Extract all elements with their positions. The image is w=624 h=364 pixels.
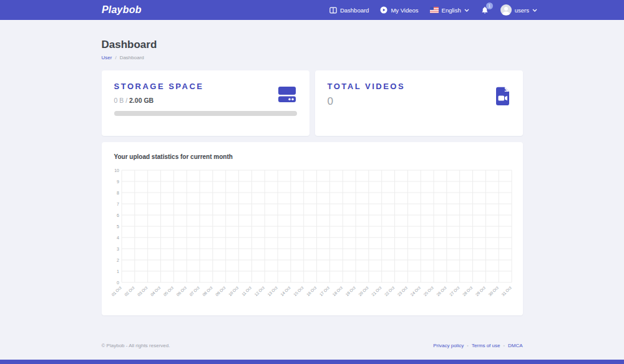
svg-text:11 Oct: 11 Oct <box>240 285 251 297</box>
svg-text:2: 2 <box>117 258 119 262</box>
brand-logo[interactable]: Playbob <box>102 4 142 16</box>
storage-usage-text: 0 B / 2.00 GB <box>114 97 297 104</box>
notifications-button[interactable]: 1 <box>480 6 489 15</box>
storage-space-card: STORAGE SPACE 0 B / 2.00 GB <box>102 70 310 136</box>
svg-text:06 Oct: 06 Oct <box>175 285 187 297</box>
svg-text:19 Oct: 19 Oct <box>344 285 356 297</box>
bottom-accent-strip <box>0 360 624 364</box>
breadcrumb-separator: / <box>115 55 116 60</box>
svg-text:05 Oct: 05 Oct <box>162 285 174 297</box>
svg-text:02 Oct: 02 Oct <box>124 285 135 297</box>
user-menu-label: users <box>515 7 529 14</box>
svg-text:1: 1 <box>117 269 119 274</box>
dmca-link[interactable]: DMCA <box>508 343 523 348</box>
navbar-right: Dashboard My Videos English 1 <box>329 4 537 16</box>
svg-text:9: 9 <box>117 180 119 184</box>
svg-text:01 Oct: 01 Oct <box>112 285 122 297</box>
svg-text:29 Oct: 29 Oct <box>474 285 486 297</box>
svg-text:18 Oct: 18 Oct <box>331 285 343 297</box>
svg-text:16 Oct: 16 Oct <box>305 285 317 297</box>
nav-item-my-videos[interactable]: My Videos <box>380 6 418 14</box>
svg-text:27 Oct: 27 Oct <box>448 285 460 297</box>
language-label: English <box>442 7 461 14</box>
svg-text:13 Oct: 13 Oct <box>266 285 278 297</box>
nav-item-my-videos-label: My Videos <box>391 7 418 14</box>
svg-text:7: 7 <box>117 202 119 206</box>
svg-text:10 Oct: 10 Oct <box>227 285 239 297</box>
notification-badge: 1 <box>486 2 493 9</box>
videos-card-title: TOTAL VIDEOS <box>328 82 510 91</box>
svg-text:24 Oct: 24 Oct <box>409 285 421 297</box>
svg-text:10: 10 <box>114 168 119 173</box>
chevron-down-icon <box>532 9 537 12</box>
storage-used-value: 0 B <box>114 97 124 104</box>
avatar <box>500 4 512 16</box>
svg-text:26 Oct: 26 Oct <box>436 285 447 297</box>
svg-text:17 Oct: 17 Oct <box>318 285 330 297</box>
copyright-text: © Playbob - All rights reserved. <box>102 343 170 348</box>
play-circle-icon <box>380 6 388 14</box>
svg-text:3: 3 <box>117 247 119 251</box>
file-video-icon <box>494 87 510 108</box>
chevron-down-icon <box>464 9 469 12</box>
svg-text:31 Oct: 31 Oct <box>500 285 512 297</box>
breadcrumb-user-link[interactable]: User <box>102 55 112 60</box>
nav-item-dashboard-label: Dashboard <box>340 7 369 14</box>
svg-text:04 Oct: 04 Oct <box>149 285 161 297</box>
footer-link-separator: ◦ <box>467 343 468 348</box>
svg-text:8: 8 <box>117 191 119 195</box>
us-flag-icon <box>430 7 439 13</box>
footer-links: Privacy policy ◦ Terms of use ◦ DMCA <box>433 343 522 348</box>
upload-statistics-chart[interactable]: 01234567891001 Oct02 Oct03 Oct04 Oct05 O… <box>112 166 513 305</box>
footer: © Playbob - All rights reserved. Privacy… <box>0 343 624 348</box>
main-content: Dashboard User / Dashboard STORAGE SPACE… <box>102 39 523 315</box>
upload-statistics-card: Your upload statistics for current month… <box>102 142 523 315</box>
storage-card-title: STORAGE SPACE <box>114 82 297 91</box>
svg-text:22 Oct: 22 Oct <box>383 285 395 297</box>
columns-icon <box>329 7 337 14</box>
svg-text:21 Oct: 21 Oct <box>370 285 382 297</box>
svg-text:25 Oct: 25 Oct <box>422 285 434 297</box>
svg-text:30 Oct: 30 Oct <box>487 285 499 297</box>
svg-text:09 Oct: 09 Oct <box>214 285 226 297</box>
svg-text:6: 6 <box>117 213 119 218</box>
svg-text:15 Oct: 15 Oct <box>292 285 304 297</box>
svg-text:07 Oct: 07 Oct <box>188 285 200 297</box>
nav-item-dashboard[interactable]: Dashboard <box>329 7 369 14</box>
storage-total-value: 2.00 GB <box>129 97 154 104</box>
user-menu[interactable]: users <box>500 4 537 16</box>
storage-usage-separator: / <box>124 97 129 104</box>
breadcrumb-current: Dashboard <box>120 55 144 60</box>
navbar: Playbob Dashboard My Videos English <box>0 0 624 20</box>
svg-text:23 Oct: 23 Oct <box>396 285 408 297</box>
svg-text:5: 5 <box>117 224 119 229</box>
svg-text:20 Oct: 20 Oct <box>358 285 369 297</box>
svg-text:28 Oct: 28 Oct <box>461 285 473 297</box>
videos-count: 0 <box>328 95 510 108</box>
stat-cards-row: STORAGE SPACE 0 B / 2.00 GB TOTAL VIDEOS… <box>102 70 523 136</box>
hdd-stack-icon <box>277 84 297 107</box>
terms-of-use-link[interactable]: Terms of use <box>472 343 500 348</box>
chart-title: Your upload statistics for current month <box>114 153 513 160</box>
breadcrumb: User / Dashboard <box>102 55 523 60</box>
svg-text:4: 4 <box>117 236 119 240</box>
page-title: Dashboard <box>102 39 523 51</box>
svg-text:0: 0 <box>117 280 119 285</box>
storage-progress-bar <box>114 111 297 116</box>
total-videos-card: TOTAL VIDEOS 0 <box>315 70 523 136</box>
svg-text:12 Oct: 12 Oct <box>253 285 265 297</box>
svg-text:03 Oct: 03 Oct <box>136 285 148 297</box>
language-menu[interactable]: English <box>430 7 469 14</box>
svg-text:08 Oct: 08 Oct <box>202 285 213 297</box>
footer-link-separator: ◦ <box>503 343 504 348</box>
privacy-policy-link[interactable]: Privacy policy <box>433 343 464 348</box>
svg-text:14 Oct: 14 Oct <box>280 285 291 297</box>
